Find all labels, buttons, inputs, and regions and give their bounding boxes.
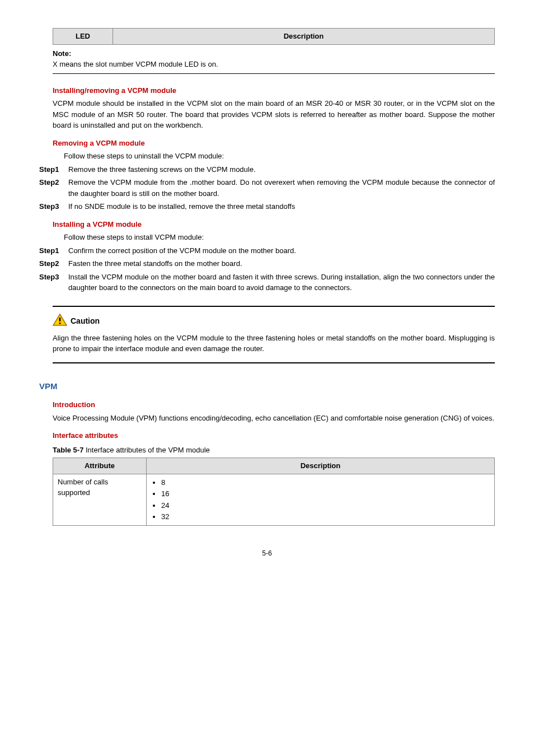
heading-removing: Removing a VCPM module [53,138,495,149]
page-number: 5-6 [39,548,495,558]
heading-install-remove: Installing/removing a VCPM module [53,85,495,96]
desc-header: Description [147,458,495,474]
list-item: 8 [161,477,490,488]
step-text: Remove the three fastening screws on the… [68,164,495,175]
led-header: LED [53,29,113,45]
step-label: Step2 [39,258,68,269]
heading-introduction: Introduction [53,399,495,410]
heading-vpm: VPM [39,380,495,393]
step-text: Remove the VCPM module from the .mother … [68,177,495,199]
installing-intro: Follow these steps to install VCPM modul… [64,232,495,243]
remove-step1: Step1 Remove the three fastening screws … [39,164,495,175]
attr-cell: Number of calls supported [53,474,147,525]
install-step1: Step1 Confirm the correct position of th… [39,245,495,256]
step-label: Step3 [39,201,68,212]
step-label: Step2 [39,177,68,199]
heading-installing: Installing a VCPM module [53,219,495,230]
note-block: Note: X means the slot number VCPM modul… [53,48,495,74]
step-text: Fasten the three metal standoffs on the … [68,258,495,269]
remove-step3: Step3 If no SNDE module is to be install… [39,201,495,212]
table-row: Number of calls supported 8 16 24 32 [53,474,495,525]
note-label: Note: [53,48,495,59]
list-item: 24 [161,500,490,511]
led-table: LED Description [53,28,495,45]
step-text: Install the VCPM module on the mother bo… [68,272,495,293]
table-caption: Table 5-7 Interface attributes of the VP… [53,445,495,456]
table-number: Table 5-7 [53,446,83,454]
svg-rect-2 [59,323,61,324]
step-label: Step3 [39,272,68,293]
caution-text: Align the three fastening holes on the V… [53,333,495,354]
install-step3: Step3 Install the VCPM module on the mot… [39,272,495,293]
list-item: 32 [161,511,490,522]
caution-label: Caution [71,315,100,327]
attr-header: Attribute [53,458,147,474]
table-title: Interface attributes of the VPM module [83,446,209,454]
removing-intro: Follow these steps to uninstall the VCPM… [64,151,495,162]
caution-icon [53,314,67,329]
note-text: X means the slot number VCPM module LED … [53,59,495,70]
desc-cell: 8 16 24 32 [147,474,495,525]
step-label: Step1 [39,164,68,175]
install-step2: Step2 Fasten the three metal standoffs o… [39,258,495,269]
desc-header: Description [113,29,495,45]
vpm-attr-table: Attribute Description Number of calls su… [53,458,495,526]
caution-block: Caution Align the three fastening holes … [53,306,495,363]
vpm-intro-text: Voice Processing Module (VPM) functions … [53,413,495,424]
list-item: 16 [161,488,490,500]
step-text: Confirm the correct position of the VCPM… [68,245,495,256]
heading-interface-attributes: Interface attributes [53,430,495,441]
svg-rect-1 [59,318,61,321]
step-text: If no SNDE module is to be installed, re… [68,201,495,212]
para-install-remove: VCPM module should be installed in the V… [53,98,495,131]
remove-step2: Step2 Remove the VCPM module from the .m… [39,177,495,199]
step-label: Step1 [39,245,68,256]
